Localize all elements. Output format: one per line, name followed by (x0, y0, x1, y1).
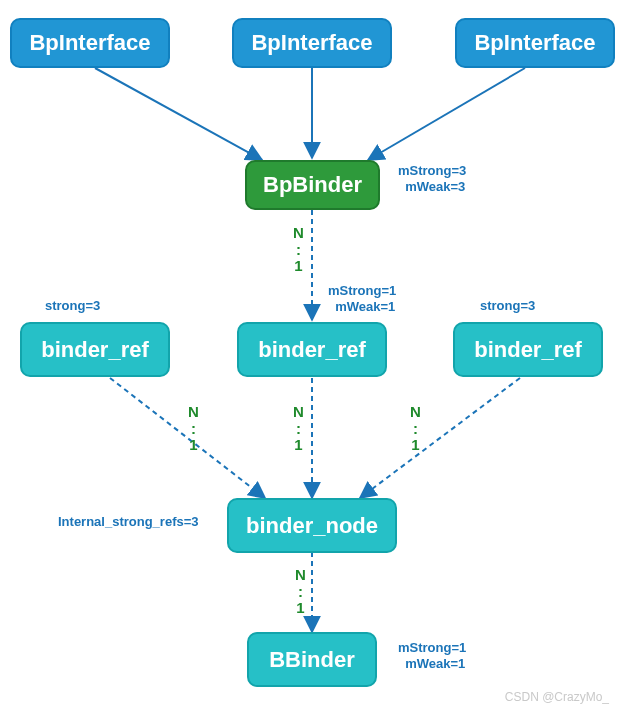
edge-label-node-bbinder: N : 1 (295, 567, 306, 617)
node-label: BBinder (269, 647, 355, 673)
annotation-bnode-internal: Internal_strong_refs=3 (58, 514, 199, 530)
node-label: binder_node (246, 513, 378, 539)
node-bbinder: BBinder (247, 632, 377, 687)
edge-label-ref1-node: N : 1 (188, 404, 199, 454)
node-binder-node: binder_node (227, 498, 397, 553)
node-label: binder_ref (258, 337, 366, 363)
node-bpinterface-3: BpInterface (455, 18, 615, 68)
svg-line-2 (368, 68, 525, 160)
watermark: CSDN @CrazyMo_ (505, 690, 609, 704)
node-bpinterface-1: BpInterface (10, 18, 170, 68)
svg-line-6 (360, 378, 520, 498)
node-bpinterface-2: BpInterface (232, 18, 392, 68)
edge-label-ref3-node: N : 1 (410, 404, 421, 454)
annotation-ref3-strong: strong=3 (480, 298, 535, 314)
node-label: BpInterface (474, 30, 595, 56)
node-label: binder_ref (41, 337, 149, 363)
node-bpbinder: BpBinder (245, 160, 380, 210)
node-binder-ref-3: binder_ref (453, 322, 603, 377)
annotation-bbinder-refs: mStrong=1 mWeak=1 (398, 640, 466, 673)
annotation-bpbinder-refs: mStrong=3 mWeak=3 (398, 163, 466, 196)
node-binder-ref-1: binder_ref (20, 322, 170, 377)
edge-label-ref2-node: N : 1 (293, 404, 304, 454)
svg-line-0 (95, 68, 262, 160)
node-label: BpBinder (263, 172, 362, 198)
node-label: binder_ref (474, 337, 582, 363)
node-label: BpInterface (29, 30, 150, 56)
node-binder-ref-2: binder_ref (237, 322, 387, 377)
annotation-ref2-refs: mStrong=1 mWeak=1 (328, 283, 396, 316)
annotation-ref1-strong: strong=3 (45, 298, 100, 314)
edge-label-bpbinder-ref: N : 1 (293, 225, 304, 275)
node-label: BpInterface (251, 30, 372, 56)
